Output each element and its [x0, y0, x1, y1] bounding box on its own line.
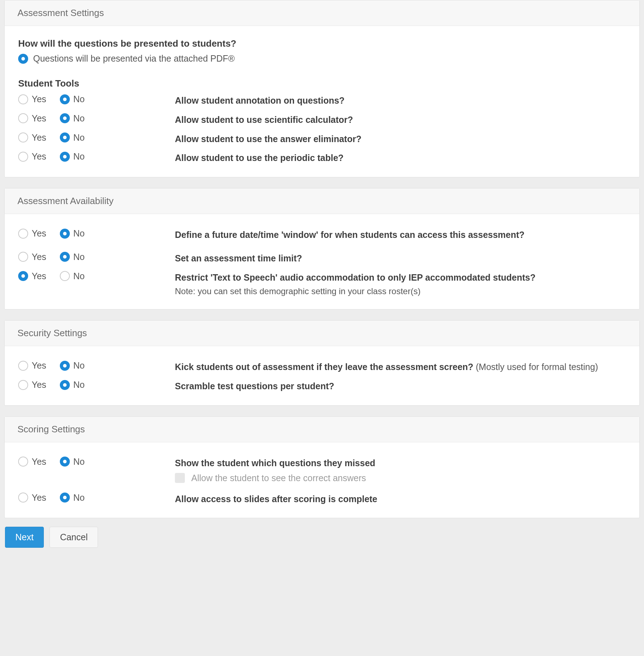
timelimit-yes-radio[interactable] [18, 252, 28, 262]
security-title: Security Settings [5, 321, 639, 346]
periodic-no-radio[interactable] [60, 152, 70, 162]
scoring-title: Scoring Settings [5, 417, 639, 442]
footer: Next Cancel [4, 527, 640, 548]
calculator-no-radio[interactable] [60, 113, 70, 123]
no-label: No [73, 113, 85, 124]
no-label: No [73, 380, 85, 390]
annotation-label: Allow student annotation on questions? [175, 94, 344, 107]
tool-row-calculator: Yes No Allow student to use scientific c… [18, 113, 626, 126]
no-label: No [73, 457, 85, 467]
scramble-label: Scramble test questions per student? [175, 380, 334, 392]
assessment-settings-title: Assessment Settings [5, 0, 639, 26]
calculator-label: Allow student to use scientific calculat… [175, 113, 353, 126]
periodic-label: Allow student to use the periodic table? [175, 151, 344, 164]
availability-title: Assessment Availability [5, 188, 639, 214]
slides-label: Allow access to slides after scoring is … [175, 493, 377, 505]
timelimit-label: Set an assessment time limit? [175, 252, 302, 265]
kick-label: Kick students out of assessment if they … [175, 360, 598, 373]
presentation-option-label: Questions will be presented via the atta… [33, 53, 235, 64]
no-label: No [73, 151, 85, 162]
no-label: No [73, 360, 85, 371]
window-yes-radio[interactable] [18, 229, 28, 239]
no-label: No [73, 493, 85, 503]
show-missed-label: Show the student which questions they mi… [175, 457, 375, 469]
allow-correct-row: Allow the student to see the correct ans… [175, 473, 626, 483]
kick-no-radio[interactable] [60, 361, 70, 371]
yes-label: Yes [32, 151, 46, 162]
next-button[interactable]: Next [5, 527, 44, 548]
cancel-button[interactable]: Cancel [50, 527, 98, 548]
assessment-settings-panel: Assessment Settings How will the questio… [4, 0, 640, 177]
scoring-row-slides: Yes No Allow access to slides after scor… [18, 493, 626, 505]
kick-hint: (Mostly used for formal testing) [476, 362, 598, 372]
tts-note: Note: you can set this demographic setti… [175, 286, 536, 296]
yes-label: Yes [32, 457, 46, 467]
no-label: No [73, 94, 85, 104]
kick-yes-radio[interactable] [18, 361, 28, 371]
annotation-yes-radio[interactable] [18, 94, 28, 104]
presentation-question: How will the questions be presented to s… [18, 38, 626, 49]
timelimit-no-radio[interactable] [60, 252, 70, 262]
kick-label-text: Kick students out of assessment if they … [175, 362, 473, 372]
no-label: No [73, 228, 85, 239]
yes-label: Yes [32, 113, 46, 124]
scramble-no-radio[interactable] [60, 380, 70, 390]
scoring-row-show-missed: Yes No Show the student which questions … [18, 457, 626, 469]
tool-row-periodic: Yes No Allow student to use the periodic… [18, 151, 626, 164]
yes-label: Yes [32, 228, 46, 239]
security-panel: Security Settings Yes No Kick students o… [4, 320, 640, 406]
window-no-radio[interactable] [60, 229, 70, 239]
security-row-kick: Yes No Kick students out of assessment i… [18, 360, 626, 373]
tool-row-annotation: Yes No Allow student annotation on quest… [18, 94, 626, 107]
tool-row-eliminator: Yes No Allow student to use the answer e… [18, 132, 626, 145]
yes-label: Yes [32, 493, 46, 503]
no-label: No [73, 271, 85, 281]
no-label: No [73, 252, 85, 262]
scramble-yes-radio[interactable] [18, 380, 28, 390]
security-row-scramble: Yes No Scramble test questions per stude… [18, 380, 626, 392]
eliminator-label: Allow student to use the answer eliminat… [175, 132, 362, 145]
eliminator-no-radio[interactable] [60, 132, 70, 142]
availability-row-tts: Yes No Restrict 'Text to Speech' audio a… [18, 271, 626, 297]
allow-correct-label: Allow the student to see the correct ans… [191, 473, 366, 483]
allow-correct-checkbox [175, 473, 185, 483]
show-missed-yes-radio[interactable] [18, 457, 28, 467]
presentation-option-radio[interactable] [18, 54, 28, 64]
tts-label: Restrict 'Text to Speech' audio accommod… [175, 271, 536, 284]
show-missed-no-radio[interactable] [60, 457, 70, 467]
slides-yes-radio[interactable] [18, 493, 28, 503]
tts-yes-radio[interactable] [18, 271, 28, 281]
yes-label: Yes [32, 271, 46, 281]
yes-label: Yes [32, 360, 46, 371]
yes-label: Yes [32, 380, 46, 390]
availability-row-timelimit: Yes No Set an assessment time limit? [18, 252, 626, 265]
availability-panel: Assessment Availability Yes No Define a … [4, 188, 640, 309]
student-tools-title: Student Tools [18, 78, 626, 89]
scoring-panel: Scoring Settings Yes No Show the student… [4, 416, 640, 519]
eliminator-yes-radio[interactable] [18, 132, 28, 142]
calculator-yes-radio[interactable] [18, 113, 28, 123]
yes-label: Yes [32, 94, 46, 104]
availability-row-window: Yes No Define a future date/time 'window… [18, 228, 626, 241]
window-label: Define a future date/time 'window' for w… [175, 228, 525, 241]
periodic-yes-radio[interactable] [18, 152, 28, 162]
slides-no-radio[interactable] [60, 493, 70, 503]
no-label: No [73, 132, 85, 143]
yes-label: Yes [32, 252, 46, 262]
annotation-no-radio[interactable] [60, 94, 70, 104]
tts-no-radio[interactable] [60, 271, 70, 281]
yes-label: Yes [32, 132, 46, 143]
